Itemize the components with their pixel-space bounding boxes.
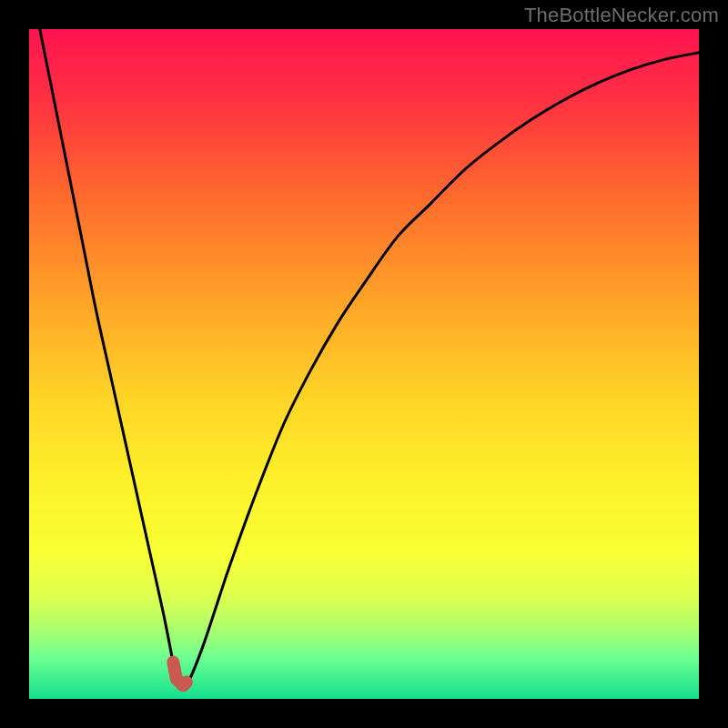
watermark-text: TheBottleNecker.com <box>524 4 719 27</box>
chart-svg <box>29 29 699 699</box>
chart-frame: TheBottleNecker.com <box>0 0 728 728</box>
chart-background-gradient <box>29 29 699 699</box>
chart-plot-area <box>29 29 699 699</box>
